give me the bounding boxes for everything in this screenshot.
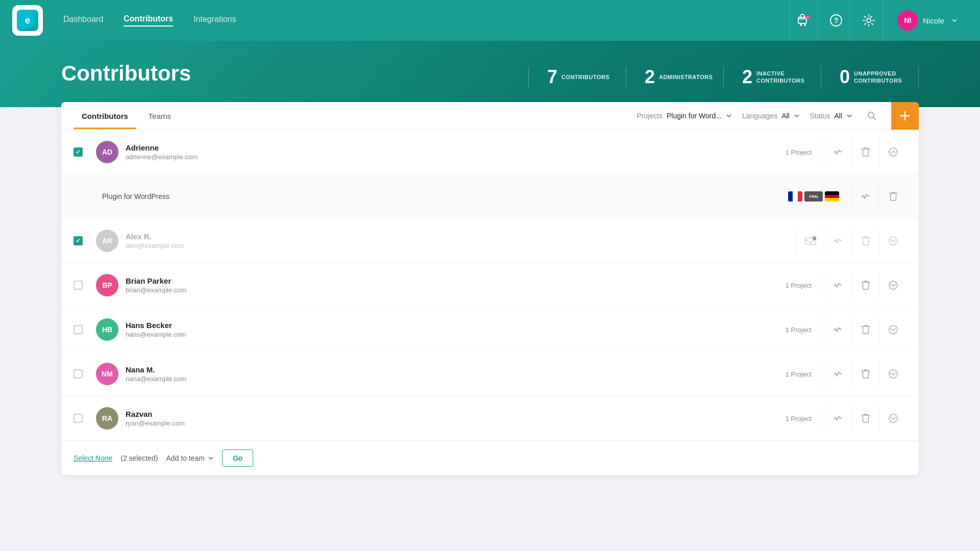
svg-point-11 — [889, 148, 897, 156]
alex-delete-button[interactable] — [851, 227, 879, 255]
subrow-actions — [851, 183, 906, 210]
filter-languages-label: Languages — [742, 112, 777, 120]
delete-icon — [861, 236, 870, 246]
logo[interactable]: e — [12, 5, 43, 36]
filter-status[interactable]: Status All — [810, 112, 852, 120]
inactive-count: 2 — [742, 66, 752, 88]
adrienne-checkbox[interactable] — [74, 147, 83, 157]
add-to-team-button[interactable]: Add to team — [166, 454, 214, 462]
nana-avatar: NM — [96, 363, 118, 385]
adrienne-activity-button[interactable] — [824, 138, 851, 166]
unapproved-count: 0 — [840, 66, 850, 88]
nana-expand-button[interactable] — [879, 360, 906, 388]
hans-activity-button[interactable] — [824, 316, 851, 343]
brian-expand-button[interactable] — [879, 271, 906, 299]
nav-integrations[interactable]: Integrations — [193, 15, 236, 26]
page-title: Contributors — [61, 61, 191, 101]
checkbox-adrienne[interactable] — [74, 147, 88, 157]
hans-email: hans@example.com — [126, 331, 786, 338]
logo-icon: e — [17, 10, 38, 31]
checkbox-brian[interactable] — [74, 281, 88, 290]
razvan-expand-button[interactable] — [879, 405, 906, 432]
adrienne-info: Adrienne adrienne@example.com — [126, 143, 786, 161]
razvan-checkbox[interactable] — [74, 414, 83, 423]
filters: Projects Plugin for Word... Languages Al… — [636, 102, 906, 130]
brian-checkbox[interactable] — [74, 281, 83, 290]
nana-actions — [824, 360, 906, 388]
contributors-label: CONTRIBUTORS — [561, 73, 607, 81]
nana-activity-button[interactable] — [824, 360, 851, 388]
main-content: Contributors Teams Projects Plugin for W… — [0, 102, 980, 495]
brian-avatar: BP — [96, 274, 118, 296]
search-button[interactable] — [863, 107, 881, 125]
alex-checkbox[interactable] — [74, 236, 83, 245]
checkbox-razvan[interactable] — [74, 414, 88, 423]
checkbox-alex[interactable] — [74, 236, 88, 245]
alex-activity-button[interactable] — [824, 227, 851, 255]
contributor-row-razvan: RA Razvan ryan@example.com 1 Project — [61, 396, 919, 441]
hans-actions — [824, 316, 906, 343]
activity-icon — [833, 147, 843, 157]
hans-expand-button[interactable] — [879, 316, 906, 343]
help-button[interactable]: ? — [822, 0, 850, 41]
svg-point-16 — [889, 281, 897, 289]
checkbox-hans[interactable] — [74, 325, 88, 334]
nana-checkbox[interactable] — [74, 369, 83, 379]
svg-text:e: e — [25, 15, 30, 26]
inactive-email-icon — [805, 236, 816, 245]
filter-projects[interactable]: Projects Plugin for Word... — [636, 112, 731, 120]
settings-button[interactable] — [854, 0, 883, 41]
cart-button[interactable]: ! — [789, 0, 818, 41]
administrators-label: ADMINISTRATORS — [659, 73, 705, 81]
stat-administrators: 2 ADMINISTRATORS — [626, 66, 724, 88]
alex-info: Alex R. alex@example.com — [126, 232, 784, 249]
filter-status-label: Status — [810, 112, 830, 120]
svg-text:!: ! — [807, 16, 808, 19]
hans-delete-button[interactable] — [851, 316, 879, 343]
tab-teams[interactable]: Teams — [140, 103, 179, 129]
flag-custom: FRN — [804, 191, 823, 202]
svg-point-15 — [889, 237, 897, 245]
user-menu[interactable]: NI Nicole — [887, 0, 968, 41]
projects-chevron-icon — [726, 113, 732, 119]
hans-info: Hans Becker hans@example.com — [126, 321, 786, 338]
contributors-count: 7 — [547, 66, 557, 88]
stat-inactive: 2 INACTIVE CONTRIBUTORS — [724, 66, 821, 88]
go-button[interactable]: Go — [222, 449, 253, 467]
activity-icon — [833, 236, 843, 246]
adrienne-expand-button[interactable] — [879, 138, 906, 166]
administrators-count: 2 — [645, 66, 655, 88]
nav-dashboard[interactable]: Dashboard — [63, 15, 103, 26]
add-icon — [898, 109, 912, 123]
header: e Dashboard Contributors Integrations ! … — [0, 0, 980, 41]
razvan-info: Razvan ryan@example.com — [126, 410, 786, 427]
select-none-link[interactable]: Select None — [74, 454, 112, 462]
adrienne-delete-button[interactable] — [851, 138, 879, 166]
tab-contributors[interactable]: Contributors — [74, 103, 136, 129]
filter-languages[interactable]: Languages All — [742, 112, 800, 120]
hans-checkbox[interactable] — [74, 325, 83, 334]
brian-delete-button[interactable] — [851, 271, 879, 299]
filter-projects-label: Projects — [636, 112, 663, 120]
add-contributor-button[interactable] — [891, 102, 919, 130]
hans-name: Hans Becker — [126, 321, 786, 330]
razvan-delete-button[interactable] — [851, 405, 879, 432]
nav-contributors[interactable]: Contributors — [124, 14, 173, 27]
main-nav: Dashboard Contributors Integrations — [63, 14, 789, 27]
svg-point-3 — [800, 24, 802, 26]
contributor-row-nana: NM Nana M. nana@example.com 1 Project — [61, 352, 919, 396]
subrow-delete-button[interactable] — [879, 183, 906, 210]
project-name: Plugin for WordPress — [102, 192, 788, 201]
add-team-chevron-icon — [208, 455, 214, 461]
subrow-activity-button[interactable] — [851, 183, 879, 210]
alex-expand-button[interactable] — [879, 227, 906, 255]
checkbox-nana[interactable] — [74, 369, 88, 379]
stats-row: 7 CONTRIBUTORS 2 ADMINISTRATORS 2 INACTI… — [528, 61, 919, 88]
razvan-activity-button[interactable] — [824, 405, 851, 432]
brian-activity-button[interactable] — [824, 271, 851, 299]
stat-contributors: 7 CONTRIBUTORS — [528, 66, 626, 88]
contributor-row-brian: BP Brian Parker brian@example.com 1 Proj… — [61, 263, 919, 308]
user-name: Nicole — [923, 16, 944, 25]
nana-delete-button[interactable] — [851, 360, 879, 388]
razvan-actions — [824, 405, 906, 432]
